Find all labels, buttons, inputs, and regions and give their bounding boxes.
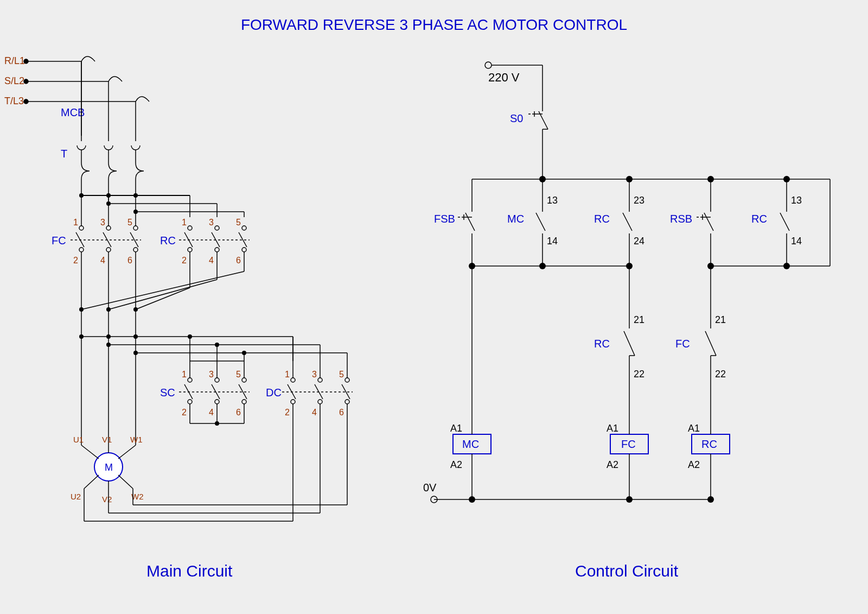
svg-text:14: 14 [547, 236, 558, 246]
svg-point-131 [291, 378, 295, 382]
svg-text:1: 1 [285, 370, 290, 379]
fc-contactor: FC 1 3 5 2 4 6 [52, 217, 141, 271]
rc-coil: A1 RC A2 [688, 418, 730, 499]
svg-point-114 [242, 378, 246, 382]
label-l2: S/L2 [4, 75, 24, 86]
rc-nc-interlock: RC 21 22 [594, 314, 644, 418]
svg-line-257 [705, 331, 716, 356]
svg-point-102 [242, 351, 246, 355]
svg-line-161 [84, 475, 99, 489]
svg-point-141 [291, 400, 295, 404]
svg-point-98 [188, 334, 192, 339]
svg-point-100 [215, 343, 219, 347]
control-circuit: 220 V S0 FSB MC 13 14 RC 23 24 RSB RC 13… [423, 62, 833, 503]
svg-point-132 [318, 378, 322, 382]
svg-point-280 [626, 496, 633, 503]
svg-point-182 [485, 62, 492, 68]
label-220v: 220 V [488, 71, 520, 84]
svg-point-4 [24, 79, 28, 84]
svg-point-90 [106, 343, 111, 347]
svg-text:5: 5 [236, 370, 241, 379]
svg-text:FC: FC [621, 438, 636, 450]
svg-text:6: 6 [127, 256, 132, 265]
svg-text:21: 21 [634, 314, 644, 325]
svg-point-142 [318, 400, 322, 404]
label-rc: RC [160, 235, 176, 246]
svg-text:4: 4 [209, 408, 214, 417]
svg-text:RC: RC [701, 438, 717, 450]
dc-contactor: DC 1 3 5 2 4 6 [266, 369, 353, 417]
fc-coil: A1 FC A2 [607, 418, 648, 499]
fsb-button: FSB [434, 201, 475, 266]
label-t: T [61, 148, 67, 160]
svg-text:RC: RC [594, 338, 610, 350]
label-l1: R/L1 [4, 55, 25, 66]
t-block [77, 138, 144, 179]
svg-text:MC: MC [462, 438, 479, 450]
label-sc: SC [160, 387, 175, 398]
svg-text:A1: A1 [688, 423, 700, 434]
svg-text:A1: A1 [607, 423, 618, 434]
svg-point-68 [215, 248, 219, 252]
svg-line-213 [536, 213, 545, 231]
svg-line-189 [539, 111, 548, 129]
svg-point-112 [188, 378, 192, 382]
svg-text:RC: RC [594, 213, 610, 225]
svg-point-61 [215, 226, 219, 230]
label-fc: FC [52, 235, 66, 246]
svg-point-39 [106, 226, 111, 230]
s0-button: S0 [510, 106, 548, 179]
svg-text:24: 24 [634, 236, 644, 246]
svg-text:4: 4 [100, 256, 105, 265]
label-rsb: RSB [670, 213, 692, 225]
svg-point-69 [242, 248, 246, 252]
rc-aux-no-23: RC 23 24 [594, 195, 644, 266]
svg-point-151 [215, 421, 219, 426]
rc-aux-no-13: RC 13 14 [751, 195, 802, 266]
svg-point-279 [469, 496, 475, 503]
svg-text:V1: V1 [102, 435, 112, 444]
svg-line-158 [81, 445, 99, 459]
svg-line-219 [623, 213, 632, 231]
svg-point-3 [24, 59, 28, 64]
svg-text:3: 3 [312, 370, 317, 379]
main-circuit: R/L1 S/L2 T/L3 MCB T FC 1 3 5 2 4 6 [4, 54, 353, 521]
svg-text:FC: FC [675, 338, 690, 350]
svg-text:22: 22 [715, 369, 726, 379]
svg-text:A2: A2 [607, 459, 618, 470]
svg-text:5: 5 [339, 370, 344, 379]
svg-text:1: 1 [182, 218, 187, 227]
svg-point-40 [133, 226, 138, 230]
fc-nc-interlock: FC 21 22 [675, 314, 726, 418]
svg-point-143 [345, 400, 349, 404]
svg-line-163 [118, 475, 133, 489]
svg-point-133 [345, 378, 349, 382]
svg-point-67 [188, 248, 192, 252]
svg-text:2: 2 [285, 408, 290, 417]
svg-line-231 [780, 213, 789, 231]
svg-point-62 [242, 226, 246, 230]
svg-text:22: 22 [634, 369, 644, 379]
svg-text:5: 5 [236, 218, 241, 227]
svg-text:U2: U2 [71, 492, 81, 501]
main-circuit-caption: Main Circuit [146, 562, 232, 580]
svg-text:A2: A2 [688, 459, 700, 470]
svg-text:A1: A1 [450, 423, 462, 434]
svg-text:2: 2 [182, 256, 187, 265]
label-l3: T/L3 [4, 96, 24, 106]
svg-point-122 [188, 400, 192, 404]
svg-point-60 [188, 226, 192, 230]
mc-aux-no: MC 13 14 [507, 195, 558, 266]
svg-text:6: 6 [236, 408, 241, 417]
label-motor: M [105, 462, 113, 473]
svg-text:3: 3 [209, 218, 214, 227]
svg-text:4: 4 [209, 256, 214, 265]
svg-text:RC: RC [751, 213, 767, 225]
svg-point-30 [106, 201, 111, 206]
svg-point-48 [79, 248, 84, 252]
svg-text:W1: W1 [130, 435, 143, 444]
rsb-button: RSB [670, 201, 713, 266]
svg-point-240 [783, 263, 790, 269]
svg-text:A2: A2 [450, 459, 462, 470]
label-s0: S0 [510, 112, 523, 124]
